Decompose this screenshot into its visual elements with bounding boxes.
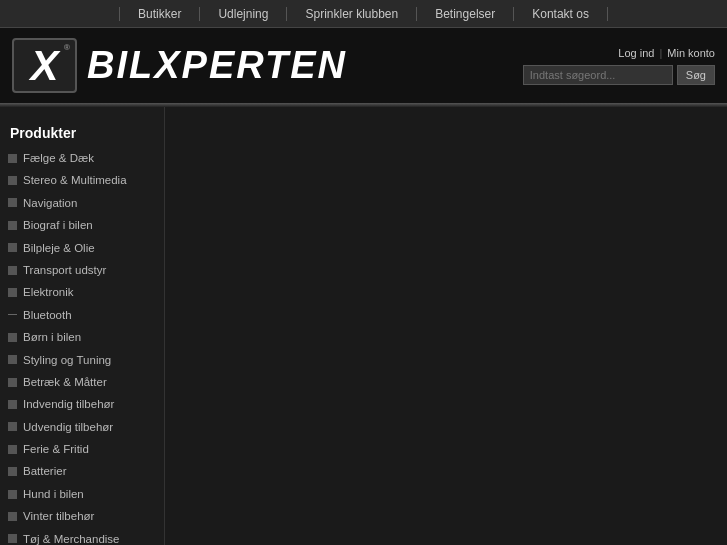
topnav-item-udlejning[interactable]: Udlejning (200, 7, 287, 21)
header-account-links: Log ind | Min konto (618, 47, 715, 59)
sidebar-item-label: Hund i bilen (23, 485, 84, 503)
sidebar-item-label: Betræk & Måtter (23, 373, 107, 391)
sidebar-item[interactable]: Ferie & Fritid (0, 438, 164, 460)
sidebar-item-icon (8, 198, 17, 207)
account-link[interactable]: Min konto (667, 47, 715, 59)
sidebar-item[interactable]: Elektronik (0, 281, 164, 303)
sidebar-item-icon (8, 490, 17, 499)
sidebar-item-label: Navigation (23, 194, 77, 212)
sidebar-item-icon (8, 400, 17, 409)
login-link[interactable]: Log ind (618, 47, 654, 59)
registered-symbol: ® (64, 43, 70, 52)
sidebar-item-icon (8, 512, 17, 521)
header-right: Log ind | Min konto Søg (523, 47, 715, 85)
sidebar-item[interactable]: Stereo & Multimedia (0, 169, 164, 191)
topnav-item-betingelser[interactable]: Betingelser (417, 7, 514, 21)
sidebar-item[interactable]: Tøj & Merchandise (0, 528, 164, 545)
sidebar-item-label: Indvendig tilbehør (23, 395, 114, 413)
sidebar-item-label: Biograf i bilen (23, 216, 93, 234)
sidebar-item[interactable]: Biograf i bilen (0, 214, 164, 236)
topnav-item-kontakt-os[interactable]: Kontakt os (514, 7, 608, 21)
main-layout: Produkter Fælge & DækStereo & Multimedia… (0, 107, 727, 545)
sidebar-item-label: Ferie & Fritid (23, 440, 89, 458)
sidebar-item-label: Elektronik (23, 283, 74, 301)
sidebar-item-label: Styling og Tuning (23, 351, 111, 369)
brand-name: BILXPERTEN (87, 44, 347, 87)
sidebar-item-label: Fælge & Dæk (23, 149, 94, 167)
sidebar-item[interactable]: Bluetooth (0, 304, 164, 326)
sidebar-item-label: Batterier (23, 462, 66, 480)
products-title: Produkter (0, 117, 164, 147)
sidebar-item-label: Tøj & Merchandise (23, 530, 120, 545)
sidebar-item-label: Vinter tilbehør (23, 507, 94, 525)
sidebar-item[interactable]: Vinter tilbehør (0, 505, 164, 527)
search-bar: Søg (523, 65, 715, 85)
logo-icon: ® (12, 38, 77, 93)
header-logo-area: ® BILXPERTEN (12, 38, 347, 93)
sidebar-item-icon (8, 221, 17, 230)
sidebar-item-label: Udvendig tilbehør (23, 418, 113, 436)
sidebar-item-label: Bilpleje & Olie (23, 239, 95, 257)
sidebar-item-icon (8, 333, 17, 342)
sidebar-item-icon (8, 314, 17, 316)
sidebar-item-icon (8, 422, 17, 431)
sidebar-item[interactable]: Børn i bilen (0, 326, 164, 348)
sidebar-item[interactable]: Fælge & Dæk (0, 147, 164, 169)
sidebar-item-icon (8, 355, 17, 364)
sidebar-item-icon (8, 288, 17, 297)
sidebar-item[interactable]: Styling og Tuning (0, 349, 164, 371)
sidebar-item[interactable]: Betræk & Måtter (0, 371, 164, 393)
topnav-item-butikker[interactable]: Butikker (119, 7, 200, 21)
sidebar-item[interactable]: Indvendig tilbehør (0, 393, 164, 415)
sidebar-item[interactable]: Navigation (0, 192, 164, 214)
search-input[interactable] (523, 65, 673, 85)
sidebar-item-icon (8, 534, 17, 543)
sidebar-item-icon (8, 445, 17, 454)
link-separator: | (659, 47, 662, 59)
sidebar-item[interactable]: Hund i bilen (0, 483, 164, 505)
top-navigation: ButikkerUdlejningSprinkler klubbenBeting… (0, 0, 727, 28)
sidebar-item-icon (8, 467, 17, 476)
sidebar-item[interactable]: Batterier (0, 460, 164, 482)
main-content (165, 107, 727, 545)
sidebar-item-icon (8, 176, 17, 185)
sidebar-item-label: Transport udstyr (23, 261, 106, 279)
sidebar-item-label: Børn i bilen (23, 328, 81, 346)
site-header: ® BILXPERTEN Log ind | Min konto Søg (0, 28, 727, 103)
sidebar-item-icon (8, 378, 17, 387)
topnav-item-sprinkler-klubben[interactable]: Sprinkler klubben (287, 7, 417, 21)
sidebar: Produkter Fælge & DækStereo & Multimedia… (0, 107, 165, 545)
sidebar-item-label: Bluetooth (23, 306, 72, 324)
sidebar-item-label: Stereo & Multimedia (23, 171, 127, 189)
sidebar-item[interactable]: Udvendig tilbehør (0, 416, 164, 438)
sidebar-item[interactable]: Bilpleje & Olie (0, 237, 164, 259)
sidebar-item-icon (8, 266, 17, 275)
search-button[interactable]: Søg (677, 65, 715, 85)
sidebar-item-icon (8, 154, 17, 163)
sidebar-item[interactable]: Transport udstyr (0, 259, 164, 281)
sidebar-item-icon (8, 243, 17, 252)
